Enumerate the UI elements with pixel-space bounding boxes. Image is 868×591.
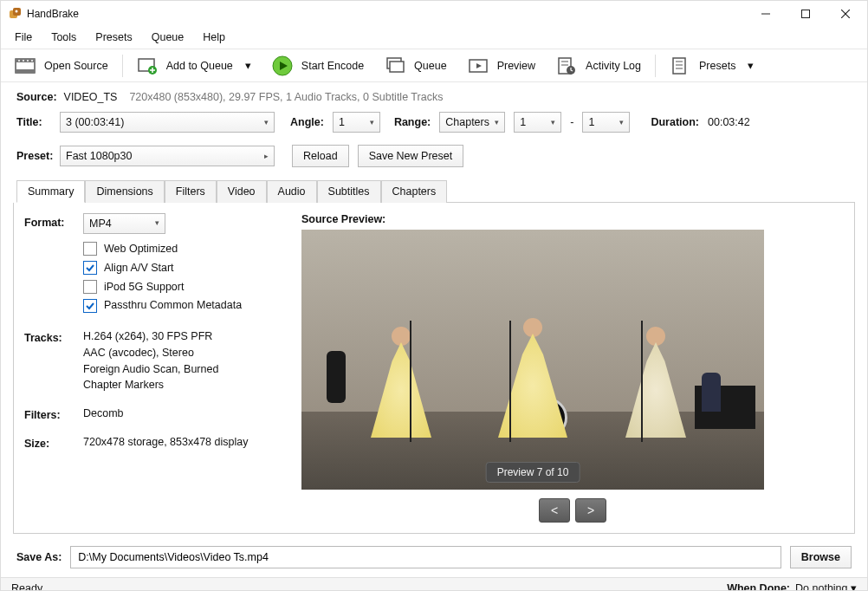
chevron-down-icon: ▾ [155,218,159,230]
tab-audio[interactable]: Audio [267,180,317,203]
preset-select[interactable]: Fast 1080p30▸ [60,146,275,166]
preset-label: Preset: [16,150,51,162]
save-new-preset-button[interactable]: Save New Preset [358,145,464,167]
passthru-meta-checkbox[interactable] [83,299,97,313]
title-bar: HandBrake [1,1,867,27]
filters-value: Decomb [83,406,284,422]
browse-button[interactable]: Browse [790,546,852,568]
tabs-container: Summary Dimensions Filters Video Audio S… [13,179,855,534]
svg-point-13 [31,60,33,62]
save-as-label: Save As: [16,551,62,563]
status-bar: Ready When Done: Do nothing ▾ [1,577,867,591]
title-label: Title: [16,116,51,128]
ipod-5g-label: iPod 5G Support [104,279,184,296]
menu-presets[interactable]: Presets [87,29,140,46]
svg-marker-23 [476,63,482,68]
source-preview-image: PMJ Preview 7 of 10 [301,230,764,490]
when-done-select[interactable]: Do nothing ▾ [795,581,857,591]
preview-prev-button[interactable]: < [539,498,570,523]
chevron-right-icon: ▸ [264,152,269,160]
tracks-label: Tracks: [24,328,76,344]
web-optimized-checkbox[interactable] [83,242,97,256]
range-to-select[interactable]: 1▾ [582,112,630,133]
tab-filters[interactable]: Filters [165,180,217,203]
tab-dimensions[interactable]: Dimensions [85,180,164,203]
tab-video[interactable]: Video [217,180,267,203]
save-as-input[interactable] [70,546,781,568]
chevron-down-icon: ▾ [851,582,857,591]
web-optimized-label: Web Optimized [104,241,178,257]
tab-strip: Summary Dimensions Filters Video Audio S… [16,179,855,203]
presets-icon [670,55,690,76]
status-text: Ready [11,582,42,592]
menu-tools[interactable]: Tools [42,29,85,46]
reload-button[interactable]: Reload [292,145,349,167]
chevron-down-icon: ▾ [264,118,269,127]
chevron-down-icon: ▾ [551,118,555,127]
activity-log-button[interactable]: Activity Log [547,52,650,80]
range-from-select[interactable]: 1▾ [514,112,561,133]
add-to-queue-button[interactable]: Add to Queue ▾ [128,52,260,80]
tracks-values: H.264 (x264), 30 FPS PFR AAC (avcodec), … [83,328,284,393]
svg-rect-4 [802,10,810,18]
menu-queue[interactable]: Queue [143,29,193,46]
title-select[interactable]: 3 (00:03:41)▾ [60,112,275,133]
source-info: 720x480 (853x480), 29.97 FPS, 1 Audio Tr… [129,91,443,103]
chevron-down-icon: ▾ [619,118,624,127]
close-button[interactable] [826,1,865,27]
source-preview-label: Source Preview: [301,213,844,225]
log-icon [556,55,577,76]
filters-label: Filters: [24,406,76,421]
chevron-down-icon: ▾ [748,59,754,72]
svg-rect-28 [673,58,685,74]
preview-nav: < > [301,498,844,523]
duration-label: Duration: [651,116,699,128]
format-select[interactable]: MP4▾ [83,213,165,234]
chevron-down-icon: ▾ [495,118,499,127]
tab-chapters[interactable]: Chapters [381,180,448,203]
queue-button[interactable]: Queue [376,52,456,80]
title-row: Title: 3 (00:03:41)▾ Angle: 1▾ Range: Ch… [1,108,867,136]
range-label: Range: [394,116,431,128]
ipod-5g-checkbox[interactable] [83,280,97,294]
source-label: Source: [16,91,57,103]
menu-file[interactable]: File [6,29,41,46]
svg-point-11 [23,60,24,62]
range-type-select[interactable]: Chapters▾ [439,112,505,133]
window-title: HandBrake [27,8,79,20]
range-dash: - [570,116,573,128]
svg-point-10 [18,60,20,62]
align-av-checkbox[interactable] [83,261,97,275]
align-av-label: Align A/V Start [104,260,174,276]
size-label: Size: [24,434,76,450]
tab-subtitles[interactable]: Subtitles [317,180,381,203]
queue-add-icon [137,55,158,76]
start-encode-button[interactable]: Start Encode [263,52,372,80]
preset-row: Preset: Fast 1080p30▸ Reload Save New Pr… [1,141,867,171]
preview-icon [468,55,489,76]
preview-button[interactable]: Preview [459,52,544,80]
tab-summary[interactable]: Summary [16,180,85,203]
source-name: VIDEO_TS [64,91,118,103]
angle-label: Angle: [290,116,324,128]
preview-next-button[interactable]: > [575,498,606,523]
menu-help[interactable]: Help [194,29,234,46]
menu-bar: File Tools Presets Queue Help [1,27,867,49]
when-done-label: When Done: [727,582,790,592]
svg-point-2 [16,10,18,13]
chevron-down-icon: ▾ [370,118,374,127]
angle-select[interactable]: 1▾ [333,112,380,133]
summary-left-column: Format: MP4▾ Web Optimized Align A/V Sta… [24,213,284,523]
save-as-row: Save As: Browse [1,534,867,577]
minimize-button[interactable] [746,1,786,27]
film-open-icon [15,55,36,76]
source-line: Source: VIDEO_TS 720x480 (853x480), 29.9… [1,82,867,108]
size-value: 720x478 storage, 853x478 display [83,434,284,451]
presets-button[interactable]: Presets ▾ [661,52,762,80]
open-source-button[interactable]: Open Source [6,52,117,80]
svg-rect-9 [16,69,35,73]
maximize-button[interactable] [786,1,826,27]
chevron-down-icon: ▾ [245,59,251,72]
preview-counter-badge: Preview 7 of 10 [486,462,580,483]
format-label: Format: [24,213,76,229]
